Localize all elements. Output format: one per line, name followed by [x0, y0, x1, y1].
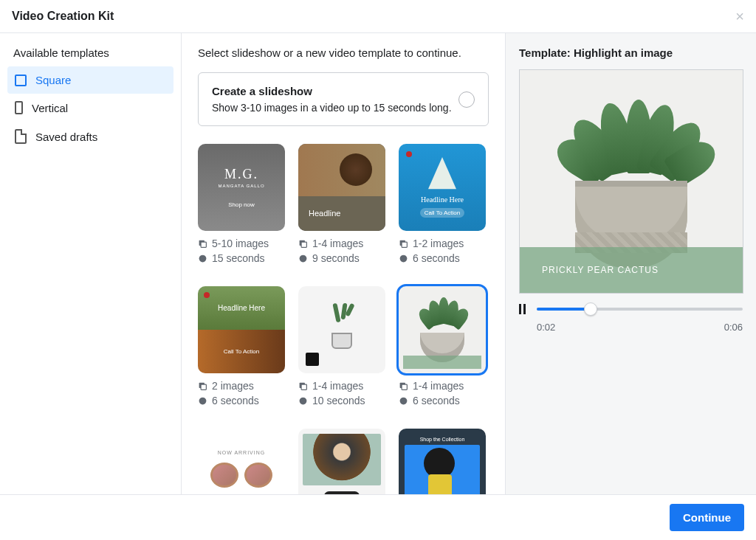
continue-button[interactable]: Continue	[670, 504, 744, 531]
modal-title: Video Creation Kit	[12, 10, 114, 23]
images-icon	[399, 381, 408, 391]
template-images-count: 1-2 images	[413, 237, 464, 252]
template-picker: Select slideshow or a new video template…	[182, 33, 505, 494]
template-thumbnail: Headline Here Call To Action	[399, 144, 486, 231]
preview-caption: PRICKLY PEAR CACTUS	[542, 265, 659, 275]
template-images-count: 1-4 images	[312, 379, 363, 394]
template-images-count: 1-4 images	[413, 379, 464, 394]
video-player-controls	[519, 304, 743, 314]
template-card[interactable]: Shop Now The Autumn Collection 1-2 image…	[298, 429, 385, 494]
svg-rect-13	[301, 385, 306, 390]
svg-rect-10	[201, 385, 206, 390]
clock-icon	[198, 254, 207, 263]
svg-rect-1	[201, 242, 206, 247]
template-thumbnail: Headline	[298, 144, 385, 231]
template-images-count: 2 images	[212, 379, 254, 394]
modal-footer: Continue	[0, 494, 756, 540]
template-card[interactable]: Headline 1-4 images 9 seconds	[298, 144, 385, 266]
svg-point-17	[400, 398, 408, 405]
template-images-count: 5-10 images	[212, 237, 269, 252]
slideshow-description: Show 3-10 images in a video up to 15 sec…	[212, 102, 452, 114]
slider-knob[interactable]	[584, 302, 597, 316]
template-card[interactable]: M.G. MANGATA GALLO Shop now 5-10 images …	[198, 144, 285, 266]
preview-video[interactable]: PRICKLY PEAR CACTUS	[519, 69, 743, 294]
clock-icon	[298, 396, 308, 406]
video-creation-kit-modal: Video Creation Kit × Available templates…	[0, 0, 756, 540]
slideshow-radio[interactable]	[458, 91, 475, 108]
images-icon	[298, 239, 308, 249]
template-card[interactable]: Headline Here Call To Action 2 images 6 …	[198, 286, 285, 408]
sidebar-item-vertical[interactable]: Vertical	[7, 94, 173, 122]
template-thumbnail	[399, 286, 486, 373]
svg-point-5	[300, 255, 307, 263]
clock-icon	[399, 254, 408, 263]
template-thumbnail: Shop Now The Autumn Collection	[298, 429, 385, 494]
modal-header: Video Creation Kit ×	[0, 0, 756, 33]
images-icon	[198, 381, 207, 391]
template-duration: 6 seconds	[413, 394, 460, 409]
slideshow-title: Create a slideshow	[212, 85, 452, 97]
pause-button[interactable]	[519, 304, 526, 314]
template-duration: 9 seconds	[312, 252, 360, 266]
template-thumbnail: Headline Here Call To Action	[198, 286, 285, 373]
template-thumbnail: M.G. MANGATA GALLO Shop now	[198, 144, 285, 231]
sidebar-item-label: Vertical	[32, 102, 68, 114]
template-thumbnail: NOW ARRIVING Inda	[198, 429, 285, 494]
svg-point-14	[300, 398, 307, 405]
template-card[interactable]: Headline Here Call To Action 1-2 images …	[399, 144, 486, 266]
preview-title: Template: Highlight an image	[519, 46, 743, 59]
images-icon	[298, 381, 308, 391]
sidebar: Available templates Square Vertical Save…	[0, 33, 182, 494]
template-card[interactable]: 1-4 images 10 seconds	[298, 286, 385, 408]
template-card-selected[interactable]: 1-4 images 6 seconds	[399, 286, 486, 408]
templates-grid: M.G. MANGATA GALLO Shop now 5-10 images …	[198, 144, 489, 494]
preview-panel: Template: Highlight an image PRICKLY PEA…	[505, 33, 756, 494]
sidebar-item-label: Square	[35, 74, 71, 86]
drafts-icon	[15, 129, 27, 144]
svg-point-11	[199, 398, 207, 405]
template-duration: 15 seconds	[212, 252, 265, 266]
sidebar-item-label: Saved drafts	[35, 131, 97, 143]
vertical-icon	[15, 101, 23, 114]
current-time: 0:02	[537, 322, 555, 333]
total-time: 0:06	[724, 322, 743, 333]
template-thumbnail: Shop the Collection Today is our biggest…	[399, 429, 486, 494]
sidebar-item-saved-drafts[interactable]: Saved drafts	[7, 122, 173, 151]
sidebar-heading: Available templates	[7, 41, 173, 66]
svg-point-8	[400, 255, 408, 263]
instruction-text: Select slideshow or a new video template…	[198, 46, 489, 59]
template-duration: 6 seconds	[413, 252, 460, 266]
svg-rect-16	[402, 385, 407, 390]
template-images-count: 1-4 images	[312, 237, 363, 252]
template-thumbnail	[298, 286, 385, 373]
close-icon[interactable]: ×	[735, 9, 744, 24]
modal-body: Available templates Square Vertical Save…	[0, 33, 756, 494]
svg-point-2	[199, 255, 207, 263]
clock-icon	[198, 396, 207, 406]
sidebar-item-square[interactable]: Square	[7, 66, 173, 94]
clock-icon	[399, 396, 408, 406]
square-icon	[15, 75, 27, 86]
svg-rect-7	[402, 242, 407, 247]
clock-icon	[298, 254, 308, 263]
template-card[interactable]: NOW ARRIVING Inda 1-3 images 6 seconds	[198, 429, 285, 494]
create-slideshow-card[interactable]: Create a slideshow Show 3-10 images in a…	[198, 72, 489, 126]
progress-slider[interactable]	[537, 308, 743, 311]
template-duration: 6 seconds	[212, 394, 259, 409]
svg-rect-4	[301, 242, 306, 247]
images-icon	[399, 239, 408, 249]
images-icon	[198, 239, 207, 249]
template-duration: 10 seconds	[312, 394, 365, 409]
template-card[interactable]: Shop the Collection Today is our biggest…	[399, 429, 486, 494]
